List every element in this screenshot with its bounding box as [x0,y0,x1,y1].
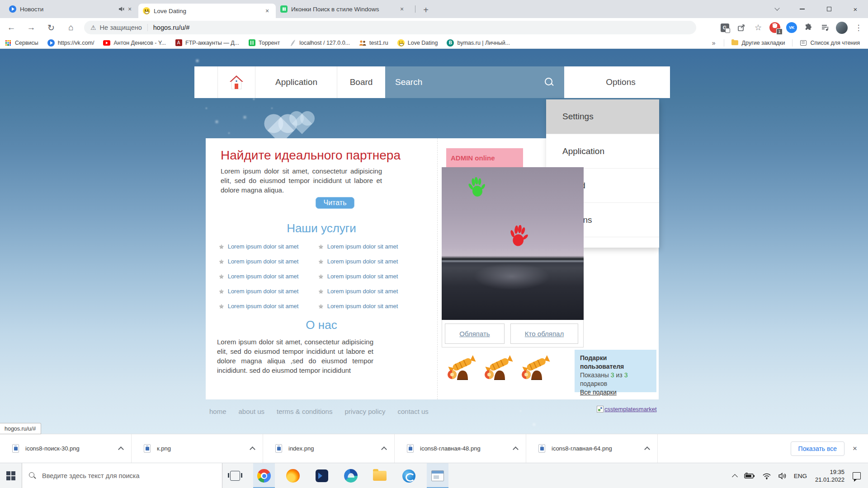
taskbar-search-input[interactable] [42,472,205,479]
tab-love-dating-active[interactable]: Love Dating × [138,4,276,18]
profile-photo[interactable] [442,167,584,320]
translate-icon[interactable]: G [719,22,731,33]
search-magnifier-icon[interactable] [544,77,554,87]
who-splatted-button[interactable]: Кто обляпал [510,324,578,344]
profile-avatar[interactable] [836,22,848,33]
download-item[interactable]: index.png [263,434,395,463]
vk-extension-icon[interactable]: VK [786,22,797,33]
footer-link-home[interactable]: home [209,408,226,415]
torrent-favicon-icon [248,39,255,47]
bookmark-youtube[interactable]: Антон Денисов - Y... [99,39,170,47]
site-home-button[interactable] [217,66,255,98]
download-item[interactable]: icons8-поиск-30.png [0,434,132,463]
download-menu-chevron-icon[interactable] [381,446,387,452]
playlist-extension-icon[interactable] [819,22,831,33]
footer-link-contact[interactable]: contact us [398,408,429,415]
back-icon[interactable]: ← [4,20,19,35]
candy-gift-icon[interactable] [446,354,478,381]
download-menu-chevron-icon[interactable] [513,446,519,452]
language-indicator[interactable]: ENG [790,463,811,488]
taskbar-firefox-button[interactable] [282,463,304,488]
download-item[interactable]: icons8-главная-64.png [526,434,658,463]
bookmark-services[interactable]: Сервисы [0,39,43,47]
dropdown-item-application[interactable]: Application [546,134,659,168]
volume-icon[interactable] [775,463,790,488]
taskbar-window-app-button[interactable] [427,463,448,488]
candy-gift-icon[interactable] [520,354,552,381]
window-minimize-button[interactable] [789,0,815,18]
new-tab-button[interactable]: + [420,4,432,16]
battery-icon[interactable] [741,463,759,488]
address-bar[interactable]: ⚠ Не защищено hogos.ru/u/# [84,21,696,34]
tab-close-icon[interactable]: × [398,5,406,13]
candy-gift-icon[interactable] [483,354,515,381]
tab-audio-muted-icon[interactable] [118,6,125,12]
download-menu-chevron-icon[interactable] [250,446,255,452]
bookmark-localhost[interactable]: localhost / 127.0.0... [284,39,354,47]
site-nav-options[interactable]: Options [583,66,658,98]
download-item[interactable]: к.png [132,434,263,463]
bookmarks-overflow-chevron[interactable]: » [707,39,721,47]
task-view-button[interactable] [224,463,246,488]
tab-search-chevron-icon[interactable] [768,0,786,18]
tab-close-icon[interactable]: × [126,5,134,13]
tab-news[interactable]: Новости × [5,0,138,18]
bookmark-test1[interactable]: test1.ru [354,39,393,47]
window-close-button[interactable]: × [843,0,868,18]
bookmark-star-icon[interactable]: ☆ [752,22,764,33]
taskbar-app-blue-button[interactable] [398,463,420,488]
action-center-icon[interactable] [849,463,868,488]
window-maximize-button[interactable] [816,0,842,18]
download-filename[interactable]: icons8-главная-64.png [552,445,612,452]
download-filename[interactable]: к.png [157,445,171,452]
taskbar-edge-button[interactable] [340,463,362,488]
bookmark-vk[interactable]: https://vk.com/ [43,39,99,47]
bookmark-ftp[interactable]: АFTP-аккаунты — Д... [170,39,244,47]
download-item[interactable]: icons8-главная-48.png [395,434,526,463]
forward-icon[interactable]: → [24,20,39,35]
other-bookmarks-button[interactable]: Другие закладки [727,39,790,47]
share-icon[interactable] [736,22,747,33]
download-menu-chevron-icon[interactable] [644,446,650,452]
all-gifts-link[interactable]: Все подарки [580,388,651,397]
download-filename[interactable]: icons8-главная-48.png [420,445,481,452]
browser-menu-kebab-icon[interactable]: ⋮ [853,22,864,33]
site-nav-board[interactable]: Board [337,66,385,98]
url-text[interactable]: hogos.ru/u/# [153,24,190,31]
bookmark-torrent[interactable]: Торрент [244,39,284,47]
wifi-icon[interactable] [759,463,775,488]
site-nav-application[interactable]: Application [256,66,337,98]
footer-link-about[interactable]: about us [239,408,265,415]
bookmark-love-dating[interactable]: Love Dating [393,39,443,47]
reading-list-button[interactable]: Список для чтения [795,39,868,47]
show-all-downloads-button[interactable]: Показать все [791,441,844,456]
download-menu-chevron-icon[interactable] [118,446,124,452]
downloads-bar-close-icon[interactable]: × [853,444,857,453]
taskbar-chrome-button[interactable] [253,463,275,488]
dropdown-item-settings[interactable]: Settings [546,99,659,134]
adblock-extension-icon[interactable]: 1 [769,22,781,33]
footer-link-privacy[interactable]: privacy policy [344,408,385,415]
site-search-box[interactable] [385,66,564,98]
security-label[interactable]: Не защищено [100,24,142,31]
tray-chevron-up-icon[interactable] [729,463,741,488]
tab-close-icon[interactable]: × [263,7,271,15]
taskbar-search-box[interactable] [22,463,222,488]
footer-link-terms[interactable]: terms & conditions [277,408,332,415]
read-button[interactable]: Читать [316,197,354,209]
site-search-input[interactable] [395,77,531,87]
taskbar-app-navy-button[interactable] [311,463,333,488]
credit-link[interactable]: csstemplatesmarket [604,406,657,413]
splat-button[interactable]: Обляпать [445,324,505,344]
reload-icon[interactable]: ↻ [43,20,59,35]
download-filename[interactable]: index.png [288,445,314,452]
extensions-puzzle-icon[interactable] [802,22,814,33]
edge-icon [344,469,358,483]
tab-icons8[interactable]: Иконки Поиск в стиле Windows × [276,0,410,18]
download-filename[interactable]: icons8-поиск-30.png [25,445,80,452]
taskbar-explorer-button[interactable] [369,463,391,488]
start-button[interactable] [0,463,22,488]
browser-home-icon[interactable]: ⌂ [63,20,79,35]
bookmark-bymas[interactable]: Bbymas.ru | Личный... [442,39,514,47]
taskbar-clock[interactable]: 19:35 21.01.2022 [811,463,849,488]
